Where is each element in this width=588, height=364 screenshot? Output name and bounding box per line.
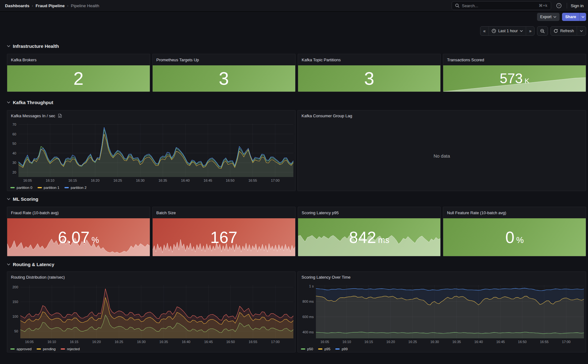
svg-text:16:20: 16:20 — [92, 340, 101, 344]
panel-batch-size: Batch Size 167 — [152, 207, 296, 256]
section-title: Infrastructure Health — [13, 43, 59, 49]
refresh-interval-button[interactable] — [577, 27, 586, 35]
svg-text:16:15: 16:15 — [364, 340, 373, 344]
svg-text:16:35: 16:35 — [452, 340, 461, 344]
panel-header[interactable]: Batch Size — [153, 207, 295, 218]
search-icon — [455, 3, 459, 8]
stat-body: 0% — [443, 218, 586, 256]
svg-text:16:50: 16:50 — [518, 340, 527, 344]
legend-swatch — [10, 187, 15, 188]
legend-swatch — [318, 348, 322, 350]
legend-label: p99 — [342, 347, 347, 351]
legend-item[interactable]: p99 — [335, 347, 347, 351]
panel-title: Kafka Consumer Group Lag — [302, 114, 352, 118]
legend-item[interactable]: partition 2 — [64, 186, 87, 190]
time-shift-forward-button[interactable]: » — [526, 27, 534, 35]
legend-item[interactable]: p95 — [318, 347, 330, 351]
search-box[interactable]: ⌘+k — [452, 1, 551, 10]
section-kafka-throughput[interactable]: Kafka Throughput — [7, 98, 586, 106]
section-title: Routing & Latency — [13, 262, 54, 267]
svg-text:16:15: 16:15 — [70, 340, 79, 344]
chevron-down-icon — [7, 263, 10, 265]
chevron-down-icon — [7, 45, 10, 47]
routing-distribution-chart[interactable]: 16:0516:1016:1516:2016:2516:3016:3516:40… — [7, 282, 295, 346]
panel-header[interactable]: Routing Distribution (rate/sec) — [7, 272, 295, 282]
refresh-button[interactable]: Refresh — [551, 27, 577, 35]
panel-header[interactable]: Kafka Consumer Group Lag — [298, 110, 586, 121]
panel-header[interactable]: Kafka Messages In / sec — [7, 110, 295, 121]
zoom-out-icon — [540, 29, 545, 33]
stat-value: 842ms — [349, 229, 389, 245]
legend-item[interactable]: p50 — [301, 347, 313, 351]
search-input[interactable] — [462, 3, 536, 8]
scoring-latency-chart[interactable]: 16:0516:1016:1516:2016:2516:3016:3516:40… — [298, 282, 586, 346]
panel-header[interactable]: Transactions Scored — [443, 54, 586, 65]
sign-in-link[interactable]: Sign in — [571, 3, 584, 8]
svg-text:16:30: 16:30 — [430, 340, 439, 344]
help-button[interactable]: ? — [555, 2, 563, 10]
panel-header[interactable]: Kafka Topic Partitions — [298, 54, 441, 65]
panel-fraud-rate: Fraud Rate (10-batch avg) 6.07% — [7, 207, 150, 256]
legend-label: partition 0 — [17, 186, 33, 190]
time-shift-back-button[interactable]: « — [480, 27, 489, 35]
panel-kafka-topic-partitions: Kafka Topic Partitions 3 — [298, 54, 441, 92]
share-button[interactable]: Share — [562, 13, 579, 21]
svg-text:16:20: 16:20 — [386, 340, 395, 344]
stat-body: 3 — [298, 65, 441, 92]
legend-label: rejected — [67, 347, 80, 351]
svg-text:16:40: 16:40 — [182, 340, 190, 344]
time-range-picker[interactable]: Last 1 hour — [489, 27, 526, 35]
panel-header[interactable]: Scoring Latency p95 — [298, 207, 441, 218]
breadcrumb-dashboards[interactable]: Dashboards — [5, 3, 29, 8]
share-menu-button[interactable] — [579, 13, 586, 21]
svg-text:16:10: 16:10 — [46, 179, 54, 182]
panel-title: Transactions Scored — [447, 58, 484, 62]
legend-item[interactable]: partition 1 — [38, 186, 60, 190]
chevron-down-icon — [581, 16, 585, 18]
export-button[interactable]: Export — [537, 13, 560, 21]
legend-label: pending — [43, 347, 56, 351]
svg-text:16:40: 16:40 — [181, 179, 190, 182]
chart-legend: partition 0partition 1partition 2 — [7, 185, 295, 191]
kafka-messages-chart[interactable]: 16:0516:1016:1516:2016:2516:3016:3516:40… — [7, 121, 295, 185]
legend-item[interactable]: approved — [10, 347, 32, 351]
svg-text:16:25: 16:25 — [408, 340, 417, 344]
panel-title: Kafka Brokers — [11, 58, 37, 62]
section-routing-latency[interactable]: Routing & Latency — [7, 260, 586, 268]
panel-header[interactable]: Scoring Latency Over Time — [298, 272, 586, 282]
svg-text:16:35: 16:35 — [160, 340, 168, 344]
section-infrastructure-health[interactable]: Infrastructure Health — [7, 42, 586, 50]
chevron-down-icon — [580, 30, 583, 32]
panel-prometheus-targets: Prometheus Targets Up 3 — [152, 54, 296, 92]
zoom-out-time-button[interactable] — [537, 27, 548, 35]
svg-text:600 ms: 600 ms — [302, 315, 314, 319]
legend-item[interactable]: rejected — [61, 347, 80, 351]
svg-text:50: 50 — [14, 329, 18, 333]
svg-text:400 ms: 400 ms — [302, 330, 314, 334]
legend-item[interactable]: partition 0 — [10, 186, 33, 190]
legend-swatch — [37, 348, 41, 350]
chart-legend: p50p95p99 — [298, 346, 586, 352]
stat-value: 6.07% — [58, 229, 99, 245]
panel-transactions-scored: Transactions Scored 573K — [443, 54, 586, 92]
breadcrumb-fraud-pipeline[interactable]: Fraud Pipeline — [36, 3, 65, 8]
panel-header[interactable]: Prometheus Targets Up — [153, 54, 295, 65]
svg-text:20: 20 — [13, 170, 16, 174]
chevron-down-icon — [553, 16, 556, 18]
panel-header[interactable]: Null Feature Rate (10-batch avg) — [443, 207, 586, 218]
panel-header[interactable]: Fraud Rate (10-batch avg) — [7, 207, 150, 218]
panel-description-icon[interactable] — [58, 114, 62, 118]
panel-header[interactable]: Kafka Brokers — [7, 54, 150, 65]
stat-body: 3 — [153, 65, 295, 92]
svg-text:17:00: 17:00 — [271, 340, 280, 344]
svg-text:?: ? — [558, 4, 560, 7]
svg-text:40: 40 — [13, 151, 16, 155]
svg-text:16:55: 16:55 — [248, 179, 257, 182]
legend-label: partition 1 — [44, 186, 60, 190]
section-ml-scoring[interactable]: ML Scoring — [7, 195, 586, 203]
svg-text:16:20: 16:20 — [91, 179, 99, 182]
panel-null-feature-rate: Null Feature Rate (10-batch avg) 0% — [443, 207, 586, 256]
refresh-icon — [554, 29, 558, 33]
stat-value: 2 — [74, 69, 84, 88]
legend-item[interactable]: pending — [37, 347, 56, 351]
